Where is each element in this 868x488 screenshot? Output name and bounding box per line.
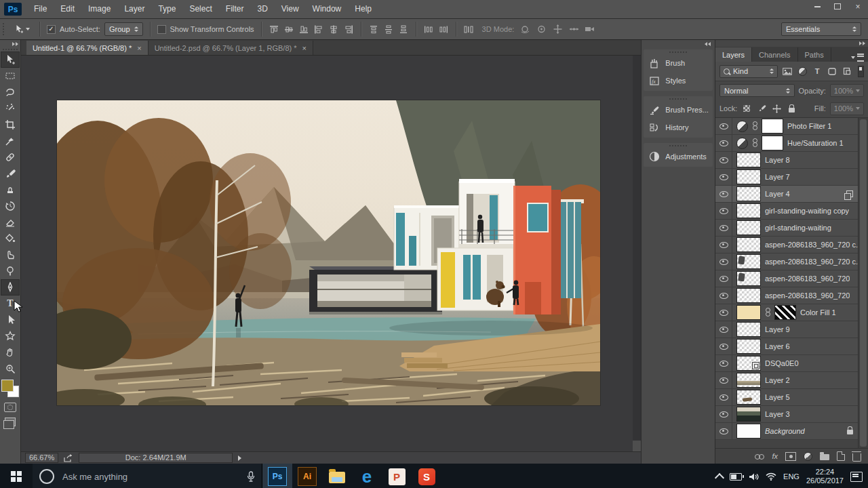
opacity-field[interactable]: 100% <box>830 84 864 97</box>
layer-visibility-toggle[interactable] <box>715 186 732 202</box>
crop-tool[interactable] <box>1 117 20 133</box>
layer-thumbnail[interactable] <box>736 203 761 218</box>
filter-pixel-layers-icon[interactable] <box>782 66 793 77</box>
pen-tool[interactable] <box>1 279 20 296</box>
spot-healing-brush-tool[interactable] <box>1 149 20 165</box>
start-button[interactable] <box>0 464 33 488</box>
filter-shape-layers-icon[interactable] <box>827 66 837 77</box>
canvas-area[interactable] <box>21 56 641 451</box>
volume-icon[interactable] <box>749 472 759 481</box>
blend-mode-select[interactable]: Normal <box>719 84 795 97</box>
taskbar-search[interactable] <box>33 464 262 488</box>
align-top-edges-icon[interactable] <box>269 24 279 35</box>
distribute-top-edges-icon[interactable] <box>368 24 379 35</box>
3d-slide-icon[interactable] <box>568 24 579 35</box>
layer-visibility-toggle[interactable] <box>715 304 732 321</box>
layer-row-background[interactable]: Background <box>715 423 859 440</box>
lock-position-icon[interactable] <box>771 104 782 113</box>
status-options-icon[interactable] <box>238 455 241 461</box>
menu-view[interactable]: View <box>275 0 306 18</box>
align-vertical-centers-icon[interactable] <box>283 24 294 35</box>
layer-row-selected[interactable]: Layer 4 <box>715 186 859 203</box>
action-center-icon[interactable] <box>850 472 863 482</box>
smudge-tool[interactable] <box>1 247 20 263</box>
link-layers-button[interactable] <box>755 454 764 459</box>
layer-row[interactable]: Hue/Saturation 1 <box>715 135 859 152</box>
magic-wand-tool[interactable] <box>1 100 20 117</box>
distribute-bottom-edges-icon[interactable] <box>398 24 409 35</box>
rectangular-marquee-tool[interactable] <box>1 68 20 84</box>
layer-row[interactable]: Layer 5 <box>715 389 859 406</box>
panel-menu-icon[interactable] <box>851 54 864 62</box>
add-layer-mask-button[interactable] <box>785 452 796 461</box>
layer-thumbnail[interactable] <box>736 169 761 184</box>
3d-pan-icon[interactable] <box>552 24 563 35</box>
menu-file[interactable]: File <box>27 0 54 18</box>
3d-camera-icon[interactable] <box>585 24 595 35</box>
layer-visibility-toggle[interactable] <box>715 118 732 134</box>
screen-mode-button[interactable] <box>5 418 16 426</box>
type-tool[interactable]: T <box>1 296 20 312</box>
layer-visibility-toggle[interactable] <box>715 135 732 151</box>
layer-thumbnail[interactable] <box>736 254 761 269</box>
filtering-toggle[interactable] <box>858 66 864 77</box>
layer-thumbnail[interactable] <box>736 186 761 201</box>
close-tab-icon[interactable]: × <box>137 44 141 52</box>
menu-filter[interactable]: Filter <box>219 0 251 18</box>
filter-adjustment-layers-icon[interactable] <box>797 66 808 77</box>
layer-row[interactable]: aspen-2086183_960_720 c... <box>715 237 859 253</box>
menu-layer[interactable]: Layer <box>117 0 151 18</box>
layers-scrollbar[interactable] <box>858 118 868 448</box>
layer-thumbnail[interactable] <box>736 152 761 167</box>
move-tool[interactable] <box>1 52 20 68</box>
layer-visibility-toggle[interactable] <box>715 321 732 338</box>
layer-visibility-toggle[interactable] <box>715 355 732 371</box>
document-tab-2[interactable]: Untitled-2.psd @ 66.7% (Layer 1, RGB/8) … <box>149 41 313 55</box>
workspace-switcher[interactable]: Essentials <box>781 22 861 36</box>
show-transform-controls-checkbox[interactable] <box>157 25 166 34</box>
layer-mask-thumbnail[interactable] <box>762 136 783 150</box>
microphone-icon[interactable] <box>247 471 255 482</box>
delete-layer-button[interactable] <box>852 451 861 462</box>
tab-paths[interactable]: Paths <box>798 47 831 62</box>
distribute-vertical-centers-icon[interactable] <box>383 24 394 35</box>
lock-all-icon[interactable] <box>786 104 797 113</box>
zoom-level-field[interactable]: 66.67% <box>25 453 58 463</box>
layer-thumbnail[interactable] <box>736 237 761 252</box>
layer-row[interactable]: Layer 8 <box>715 152 859 169</box>
layer-mask-thumbnail[interactable] <box>774 305 796 320</box>
restore-button[interactable] <box>827 0 848 13</box>
layer-thumbnail[interactable] <box>736 424 761 439</box>
taskbar-edge[interactable]: e <box>352 464 382 488</box>
fill-field[interactable]: 100% <box>830 102 864 115</box>
smart-object-thumbnail[interactable] <box>736 356 761 371</box>
hand-tool[interactable] <box>1 344 20 361</box>
clone-stamp-tool[interactable] <box>1 182 20 198</box>
layer-row[interactable]: Color Fill 1 <box>715 304 859 321</box>
layer-row[interactable]: Layer 9 <box>715 321 859 338</box>
tab-channels[interactable]: Channels <box>752 47 797 62</box>
clock[interactable]: 22:24 26/05/2017 <box>806 468 844 485</box>
layer-row[interactable]: Layer 3 <box>715 406 859 423</box>
document-tab-1[interactable]: Untitled-1 @ 66.7% (RGB/8) * × <box>26 41 149 55</box>
minimize-button[interactable] <box>807 0 827 13</box>
layer-visibility-toggle[interactable] <box>715 338 732 354</box>
layer-row[interactable]: Layer 2 <box>715 372 859 389</box>
layer-thumbnail[interactable] <box>736 390 761 405</box>
layer-mask-thumbnail[interactable] <box>762 119 783 134</box>
layer-thumbnail[interactable] <box>736 220 761 235</box>
layer-row[interactable]: DSQa0E0 <box>715 355 859 372</box>
layer-visibility-toggle[interactable] <box>715 169 732 185</box>
layer-visibility-toggle[interactable] <box>715 152 732 168</box>
zoom-tool[interactable] <box>1 361 20 377</box>
menu-select[interactable]: Select <box>182 0 218 18</box>
menu-help[interactable]: Help <box>348 0 378 18</box>
language-indicator[interactable]: ENG <box>783 472 800 481</box>
menu-window[interactable]: Window <box>306 0 349 18</box>
quick-mask-button[interactable] <box>4 403 16 412</box>
collapse-dock-icon[interactable] <box>705 42 711 46</box>
menu-type[interactable]: Type <box>151 0 182 18</box>
lock-transparent-pixels-icon[interactable] <box>741 104 752 113</box>
foreground-color-swatch[interactable] <box>1 380 14 392</box>
taskbar-photoshop[interactable]: Ps <box>262 464 292 488</box>
